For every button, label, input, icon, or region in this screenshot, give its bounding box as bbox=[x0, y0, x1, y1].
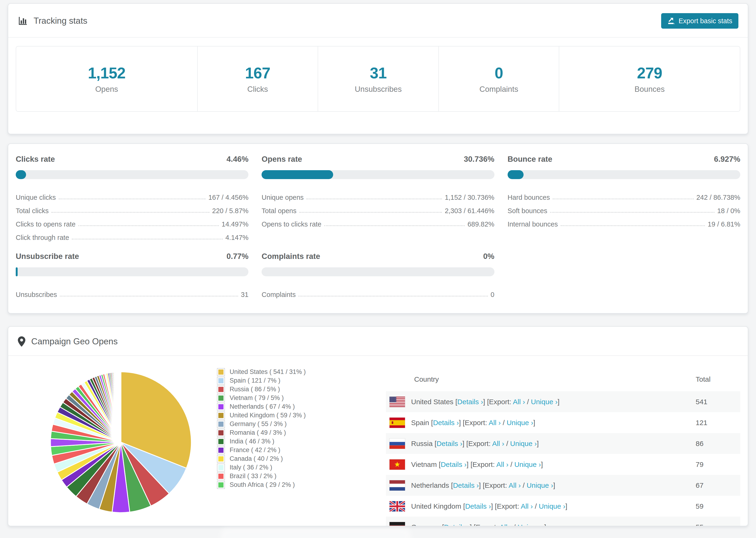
legend-label: Netherlands ( 67 / 4% ) bbox=[230, 403, 295, 410]
export-all-link[interactable]: All › bbox=[489, 419, 501, 426]
rate-row-value: 1,152 / 30.736% bbox=[445, 194, 494, 201]
details-link[interactable]: Details › bbox=[436, 440, 462, 447]
stat-label: Clicks bbox=[247, 85, 268, 94]
bracket: ] [Export: bbox=[459, 419, 487, 426]
legend-swatch bbox=[217, 420, 225, 428]
legend-item[interactable]: Canada ( 40 / 2% ) bbox=[217, 455, 349, 463]
export-all-link[interactable]: All › bbox=[509, 481, 521, 489]
rate-title: Opens rate bbox=[261, 155, 302, 164]
legend-item[interactable]: Italy ( 36 / 2% ) bbox=[217, 463, 349, 472]
export-unique-link[interactable]: Unique › bbox=[539, 502, 566, 510]
export-unique-link[interactable]: Unique › bbox=[507, 419, 533, 426]
export-all-link[interactable]: All › bbox=[496, 460, 509, 468]
export-basic-stats-button[interactable]: Export basic stats bbox=[661, 13, 738, 28]
legend-item[interactable]: Spain ( 121 / 7% ) bbox=[217, 376, 349, 385]
stat-cell-opens: 1,152Opens bbox=[16, 46, 197, 111]
slash: / bbox=[535, 502, 537, 510]
legend-swatch bbox=[217, 481, 225, 489]
details-link[interactable]: Details › bbox=[441, 460, 466, 468]
legend-item[interactable]: Russia ( 86 / 5% ) bbox=[217, 385, 349, 394]
bracket: ] [Export: bbox=[491, 502, 519, 510]
details-link[interactable]: Details › bbox=[453, 481, 479, 489]
stat-label: Unsubscribes bbox=[355, 85, 402, 94]
export-all-link[interactable]: All › bbox=[492, 440, 504, 447]
legend-swatch bbox=[217, 438, 225, 446]
country-name: Germany bbox=[411, 523, 440, 526]
geo-opens-title-text: Campaign Geo Opens bbox=[31, 337, 118, 347]
legend-item[interactable]: Netherlands ( 67 / 4% ) bbox=[217, 402, 349, 411]
details-link[interactable]: Details › bbox=[433, 419, 459, 426]
stat-label: Opens bbox=[95, 85, 118, 94]
export-all-link[interactable]: All › bbox=[521, 502, 533, 510]
legend-item[interactable]: South Africa ( 29 / 2% ) bbox=[217, 480, 349, 489]
stats-row: 1,152Opens167Clicks31Unsubscribes0Compla… bbox=[16, 46, 740, 112]
stat-value: 1,152 bbox=[88, 64, 125, 82]
rate-row: Clicks to opens rate14.497% bbox=[16, 215, 248, 228]
legend-item[interactable]: United States ( 541 / 31% ) bbox=[217, 368, 349, 376]
rate-list: Unsubscribes31 bbox=[16, 285, 248, 298]
geo-opens-header: Campaign Geo Opens bbox=[8, 327, 748, 356]
legend-item[interactable]: Brazil ( 33 / 2% ) bbox=[217, 472, 349, 480]
rate-percent: 30.736% bbox=[464, 155, 494, 164]
slash: / bbox=[523, 481, 524, 489]
export-unique-link[interactable]: Unique › bbox=[510, 440, 537, 447]
rate-row: Opens to clicks rate689.82% bbox=[261, 215, 494, 228]
legend-item[interactable]: United Kingdom ( 59 / 3% ) bbox=[217, 411, 349, 420]
export-button-label: Export basic stats bbox=[678, 17, 732, 25]
progress-bar bbox=[508, 170, 740, 179]
export-all-link[interactable]: All › bbox=[513, 398, 525, 405]
rate-row: Unique clicks167 / 4.456% bbox=[16, 188, 248, 201]
rate-head: Complaints rate0% bbox=[261, 252, 494, 261]
rate-row: Soft bounces18 / 0% bbox=[508, 201, 740, 215]
bracket: ] bbox=[541, 460, 543, 468]
render-artifact bbox=[221, 528, 411, 538]
legend-label: Brazil ( 33 / 2% ) bbox=[230, 472, 277, 480]
export-unique-link[interactable]: Unique › bbox=[514, 460, 541, 468]
legend-label: India ( 46 / 3% ) bbox=[230, 438, 274, 445]
stat-label: Complaints bbox=[479, 85, 518, 94]
dotted-leader bbox=[324, 225, 465, 226]
rate-row-value: 14.497% bbox=[222, 220, 249, 228]
geo-table-body: United States [Details ›] [Export: All ›… bbox=[386, 391, 740, 526]
legend-label: Canada ( 40 / 2% ) bbox=[230, 455, 283, 462]
rate-row-value: 31 bbox=[241, 291, 248, 298]
slash: / bbox=[527, 398, 529, 405]
rate-row-label: Complaints bbox=[261, 291, 296, 298]
bracket: [ bbox=[439, 460, 441, 468]
legend-swatch bbox=[217, 429, 225, 437]
slash: / bbox=[514, 523, 515, 526]
bracket: ] bbox=[566, 502, 567, 510]
bracket: ] [Export: bbox=[470, 523, 498, 526]
table-row-vn: Vietnam [Details ›] [Export: All › / Uni… bbox=[386, 454, 740, 475]
rate-percent: 4.46% bbox=[227, 155, 249, 164]
rate-row-value: 19 / 6.81% bbox=[708, 220, 740, 228]
rate-row-label: Soft bounces bbox=[508, 207, 547, 215]
export-all-link[interactable]: All › bbox=[500, 523, 512, 526]
details-link[interactable]: Details › bbox=[465, 502, 491, 510]
rate-row: Internal bounces19 / 6.81% bbox=[508, 215, 740, 228]
legend-label: France ( 42 / 2% ) bbox=[230, 447, 280, 454]
legend-item[interactable]: India ( 46 / 3% ) bbox=[217, 437, 349, 446]
table-row-gb: United Kingdom [Details ›] [Export: All … bbox=[386, 496, 740, 517]
export-unique-link[interactable]: Unique › bbox=[531, 398, 557, 405]
details-link[interactable]: Details › bbox=[458, 398, 483, 405]
rate-row: Click through rate4.147% bbox=[16, 228, 248, 242]
export-unique-link[interactable]: Unique › bbox=[518, 523, 544, 526]
country-total: 79 bbox=[696, 460, 740, 468]
export-unique-link[interactable]: Unique › bbox=[527, 481, 553, 489]
legend-item[interactable]: France ( 42 / 2% ) bbox=[217, 446, 349, 455]
pie-slice[interactable] bbox=[121, 372, 121, 442]
legend-item[interactable]: Germany ( 55 / 3% ) bbox=[217, 420, 349, 428]
country-cell: United States [Details ›] [Export: All ›… bbox=[411, 398, 696, 406]
rate-row-value: 0 bbox=[491, 291, 495, 298]
rate-row-label: Internal bounces bbox=[508, 220, 558, 228]
country-name: Netherlands bbox=[411, 481, 449, 489]
details-link[interactable]: Details › bbox=[444, 523, 470, 526]
progress-bar-fill bbox=[261, 170, 333, 179]
legend-item[interactable]: Romania ( 49 / 3% ) bbox=[217, 428, 349, 437]
legend-item[interactable]: Vietnam ( 79 / 5% ) bbox=[217, 394, 349, 402]
stat-value: 31 bbox=[370, 64, 387, 82]
dotted-leader bbox=[550, 212, 715, 213]
dotted-leader bbox=[553, 198, 693, 199]
rate-row-label: Clicks to opens rate bbox=[16, 220, 76, 228]
